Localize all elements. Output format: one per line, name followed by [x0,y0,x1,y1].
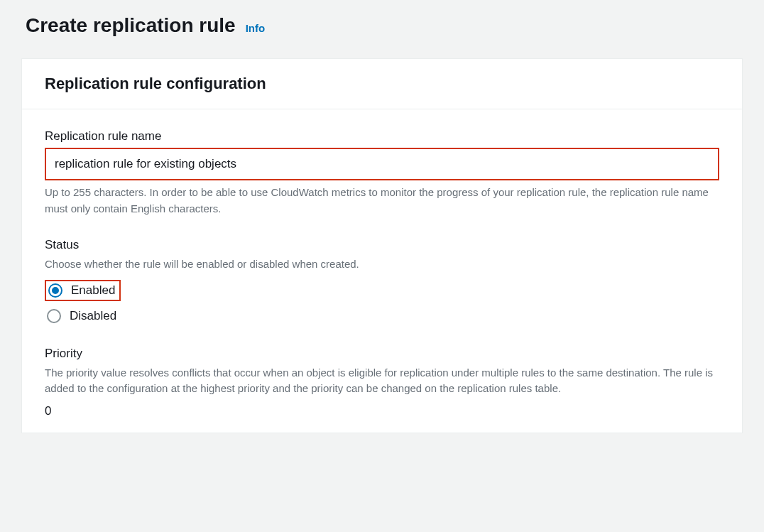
radio-dot-icon [52,287,59,294]
status-group: Status Choose whether the rule will be e… [45,238,719,325]
status-option-enabled[interactable]: Enabled [45,280,121,301]
configuration-panel: Replication rule configuration Replicati… [21,58,743,433]
priority-value: 0 [45,404,719,418]
page-title: Create replication rule [26,14,236,37]
status-enabled-label: Enabled [71,283,115,298]
radio-icon [47,309,61,323]
panel-header: Replication rule configuration [22,59,742,109]
panel-title: Replication rule configuration [45,75,719,93]
priority-label: Priority [45,347,719,361]
status-disabled-label: Disabled [70,309,116,323]
rule-name-hint: Up to 255 characters. In order to be abl… [45,185,719,217]
priority-group: Priority The priority value resolves con… [45,347,719,418]
rule-name-label: Replication rule name [45,129,719,143]
rule-name-group: Replication rule name Up to 255 characte… [45,129,719,217]
status-label: Status [45,238,719,252]
status-option-disabled[interactable]: Disabled [45,307,121,325]
page-header: Create replication rule Info [0,0,764,44]
priority-hint: The priority value resolves conflicts th… [45,365,719,397]
status-hint: Choose whether the rule will be enabled … [45,256,719,273]
rule-name-input[interactable] [45,148,719,180]
panel-body: Replication rule name Up to 255 characte… [22,109,742,433]
radio-icon [48,283,62,298]
info-link[interactable]: Info [246,22,266,34]
